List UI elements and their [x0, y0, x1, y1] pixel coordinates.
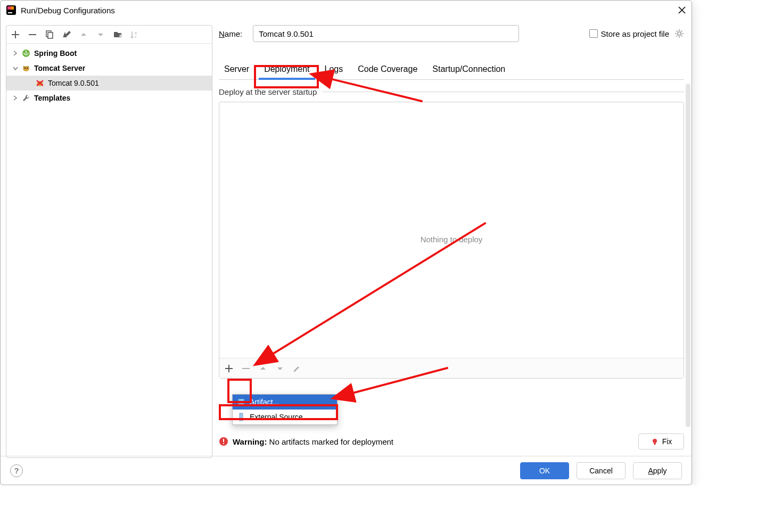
deployment-section: Deploy at the server startup Nothing to … — [219, 87, 684, 379]
remove-configuration-icon[interactable] — [28, 30, 37, 39]
ok-button[interactable]: OK — [520, 462, 569, 479]
svg-rect-20 — [654, 443, 656, 444]
config-tabs: Server Deployment Logs Code Coverage Sta… — [219, 60, 684, 80]
deploy-add-icon[interactable] — [225, 364, 233, 373]
deploy-up-icon[interactable] — [259, 364, 267, 373]
svg-text:a: a — [135, 31, 137, 35]
deploy-toolbar — [219, 358, 684, 378]
fix-label: Fix — [662, 437, 672, 446]
menu-item-external-source[interactable]: External Source... — [233, 410, 337, 424]
wrench-icon — [21, 93, 31, 103]
titlebar: Run/Debug Configurations — [1, 1, 692, 20]
deploy-remove-icon[interactable] — [242, 364, 250, 373]
gear-icon[interactable] — [674, 29, 684, 38]
svg-rect-17 — [223, 439, 224, 442]
svg-rect-5 — [48, 32, 53, 38]
deploy-list: Nothing to deploy — [219, 102, 684, 379]
svg-text:z: z — [135, 35, 137, 38]
store-label: Store as project file — [601, 29, 669, 38]
tab-code-coverage[interactable]: Code Coverage — [352, 60, 423, 79]
deploy-section-title: Deploy at the server startup — [219, 87, 317, 96]
menu-label: Artifact... — [250, 398, 279, 406]
menu-item-artifact[interactable]: Artifact... — [233, 395, 337, 410]
run-debug-configurations-dialog: Run/Debug Configurations az Spr — [0, 0, 692, 485]
tree-node-spring-boot[interactable]: Spring Boot — [6, 46, 212, 61]
artifact-icon — [237, 398, 245, 406]
tree-label: Tomcat Server — [34, 64, 85, 72]
tree-label: Tomcat 9.0.501 — [48, 79, 99, 87]
help-icon[interactable]: ? — [10, 464, 23, 477]
window-title: Run/Debug Configurations — [21, 6, 678, 15]
configurations-tree[interactable]: Spring Boot Tomcat Server Tomcat 9.0.501… — [6, 44, 212, 108]
fix-button[interactable]: Fix — [638, 433, 684, 449]
warning-text: Warning: No artifacts marked for deploym… — [233, 437, 393, 446]
tree-label: Spring Boot — [34, 49, 77, 58]
svg-point-19 — [653, 439, 657, 443]
deploy-add-menu: Artifact... External Source... — [232, 394, 338, 425]
tree-node-templates[interactable]: Templates — [6, 91, 212, 105]
configuration-form: Name: Store as project file Server Deplo… — [219, 25, 684, 431]
tomcat-icon — [21, 63, 31, 73]
svg-rect-1 — [7, 6, 11, 10]
tab-logs[interactable]: Logs — [319, 60, 349, 79]
store-as-project-file[interactable]: Store as project file — [589, 29, 684, 38]
tab-server[interactable]: Server — [219, 60, 254, 79]
lightbulb-icon — [651, 437, 659, 446]
tree-leaf-tomcat-9[interactable]: Tomcat 9.0.501 — [6, 76, 212, 91]
name-input[interactable] — [253, 25, 519, 42]
close-icon[interactable] — [678, 6, 686, 14]
configurations-panel: az Spring Boot Tomcat Server Tomcat 9.0.… — [6, 25, 212, 458]
edit-defaults-icon[interactable] — [62, 30, 71, 39]
vertical-scrollbar[interactable] — [686, 84, 690, 427]
external-source-icon — [237, 413, 245, 421]
move-up-icon[interactable] — [79, 30, 88, 39]
deploy-edit-icon[interactable] — [293, 364, 301, 373]
svg-point-10 — [24, 68, 26, 69]
save-template-icon[interactable] — [113, 30, 122, 39]
name-label: Name: — [219, 29, 242, 38]
apply-button[interactable]: Apply — [633, 462, 682, 479]
svg-rect-18 — [223, 443, 224, 444]
svg-point-11 — [27, 68, 28, 69]
tree-label: Templates — [34, 94, 70, 102]
svg-point-13 — [678, 32, 681, 35]
checkbox-icon[interactable] — [589, 29, 598, 38]
cancel-button[interactable]: Cancel — [577, 462, 626, 479]
configurations-toolbar: az — [6, 26, 212, 44]
warning-row: Warning: No artifacts marked for deploym… — [219, 433, 684, 449]
menu-label: External Source... — [250, 413, 309, 421]
chevron-right-icon[interactable] — [12, 50, 19, 57]
add-configuration-icon[interactable] — [11, 30, 20, 39]
tomcat-error-icon — [35, 78, 45, 88]
tab-startup-connection[interactable]: Startup/Connection — [427, 60, 511, 79]
sort-alpha-icon[interactable]: az — [130, 30, 139, 39]
copy-configuration-icon[interactable] — [45, 30, 54, 39]
tab-deployment[interactable]: Deployment — [259, 60, 315, 79]
dialog-button-bar: ? OK Cancel Apply — [1, 456, 692, 485]
svg-rect-2 — [11, 6, 14, 10]
warning-error-icon — [219, 437, 228, 446]
move-down-icon[interactable] — [96, 30, 105, 39]
spring-boot-icon — [21, 48, 31, 58]
svg-rect-3 — [8, 12, 12, 13]
intellij-icon — [6, 5, 17, 15]
chevron-down-icon[interactable] — [12, 64, 19, 72]
svg-rect-21 — [654, 444, 655, 445]
tree-node-tomcat-server[interactable]: Tomcat Server — [6, 61, 212, 76]
chevron-right-icon[interactable] — [12, 94, 19, 102]
deploy-empty-text: Nothing to deploy — [421, 235, 483, 244]
deploy-down-icon[interactable] — [276, 364, 284, 373]
